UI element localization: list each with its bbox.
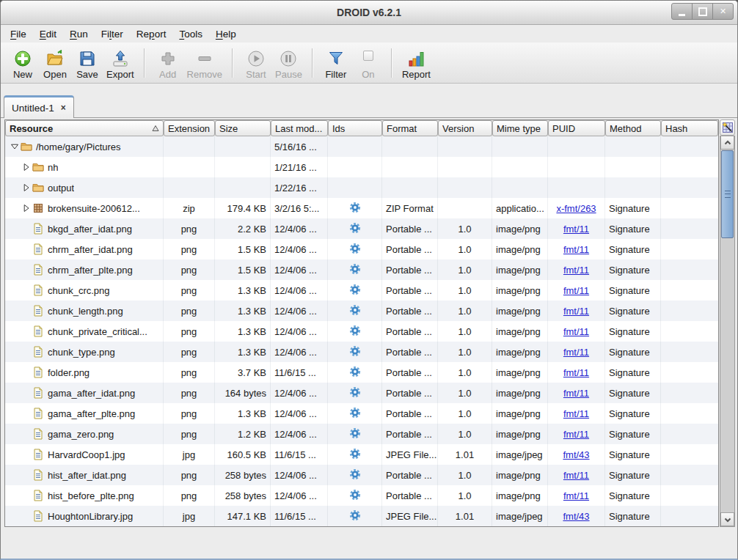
- cell-last-modified: 12/4/06 ...: [271, 424, 328, 444]
- cell-method: Signature: [605, 465, 661, 485]
- report-icon: [406, 49, 425, 68]
- scrollbar-track[interactable]: [720, 239, 734, 512]
- cell-resource: chrm_after_idat.png: [5, 239, 164, 259]
- puid-link[interactable]: fmt/11: [563, 367, 589, 378]
- tab-untitled-1[interactable]: Untitled-1 ×: [4, 95, 74, 118]
- table-row[interactable]: bkgd_after_idat.pngpng2.2 KB12/4/06 ...P…: [5, 218, 718, 239]
- expand-node-icon[interactable]: [21, 204, 32, 213]
- cell-version: 1.0: [438, 259, 492, 280]
- puid-link[interactable]: fmt/11: [563, 244, 589, 255]
- cell-method: Signature: [605, 444, 661, 465]
- table-row[interactable]: chunk_crc.pngpng1.3 KB12/4/06 ...Portabl…: [5, 280, 718, 301]
- cell-format: Portable ...: [382, 342, 438, 362]
- expand-node-icon[interactable]: [21, 183, 32, 192]
- menu-item-filter[interactable]: Filter: [95, 27, 130, 41]
- toolbar-button-export[interactable]: Export: [103, 45, 137, 81]
- puid-link[interactable]: fmt/11: [563, 347, 589, 358]
- puid-link[interactable]: fmt/11: [563, 490, 589, 501]
- cell-hash: [661, 301, 718, 321]
- menu-item-edit[interactable]: Edit: [33, 27, 63, 41]
- puid-link[interactable]: fmt/43: [563, 449, 589, 460]
- cell-method: Signature: [605, 218, 661, 239]
- file-icon: [32, 264, 44, 276]
- menu-item-file[interactable]: File: [4, 27, 33, 41]
- menu-item-tools[interactable]: Tools: [172, 27, 209, 41]
- column-header-version[interactable]: Version: [438, 120, 492, 136]
- table-row[interactable]: chunk_length.pngpng1.3 KB12/4/06 ...Port…: [5, 301, 718, 321]
- toolbar-button-new[interactable]: New: [7, 45, 39, 81]
- menu-item-report[interactable]: Report: [130, 27, 173, 41]
- table-row[interactable]: brokensuite-200612...zip179.4 KB3/2/16 5…: [5, 198, 718, 218]
- collapse-node-icon[interactable]: [10, 142, 20, 151]
- puid-link[interactable]: fmt/11: [563, 388, 589, 399]
- puid-link[interactable]: fmt/11: [563, 224, 589, 235]
- table-row[interactable]: HarvardCoop1.jpgjpg160.5 KB11/6/15 ...JP…: [5, 444, 718, 465]
- puid-link[interactable]: fmt/11: [563, 285, 589, 296]
- puid-link[interactable]: fmt/11: [563, 306, 589, 317]
- column-header-method[interactable]: Method: [605, 120, 661, 136]
- cell-size: 147.1 KB: [215, 506, 271, 526]
- tab-close-icon[interactable]: ×: [61, 103, 66, 112]
- puid-link[interactable]: fmt/11: [563, 429, 589, 440]
- table-row[interactable]: gama_after_plte.pngpng1.3 KB12/4/06 ...P…: [5, 403, 718, 424]
- save-icon: [78, 49, 97, 68]
- puid-link[interactable]: x-fmt/263: [556, 203, 596, 214]
- puid-link[interactable]: fmt/11: [563, 408, 589, 419]
- table-row[interactable]: chrm_after_idat.pngpng1.5 KB12/4/06 ...P…: [5, 239, 718, 259]
- vertical-scrollbar[interactable]: [720, 136, 735, 527]
- toolbar-button-filter[interactable]: Filter: [320, 45, 352, 81]
- menu-item-help[interactable]: Help: [209, 27, 243, 41]
- table-row[interactable]: chunk_private_critical...png1.3 KB12/4/0…: [5, 321, 718, 342]
- table-row[interactable]: folder.pngpng3.7 KB11/6/15 ...Portable .…: [5, 362, 718, 383]
- column-header-mime-type[interactable]: Mime type: [492, 120, 548, 136]
- cell-last-modified: 12/4/06 ...: [271, 321, 328, 342]
- puid-link[interactable]: fmt/11: [563, 265, 589, 276]
- menu-item-run[interactable]: Run: [63, 27, 95, 41]
- table-row[interactable]: HoughtonLibrary.jpgjpg147.1 KB11/6/15 ..…: [5, 506, 718, 526]
- cell-version: 1.0: [438, 403, 492, 424]
- thumb-grip-icon: [725, 191, 731, 198]
- table-row[interactable]: nh1/21/16 ...: [5, 157, 718, 177]
- puid-link[interactable]: fmt/43: [563, 511, 589, 522]
- puid-link[interactable]: fmt/11: [563, 326, 589, 337]
- cell-mime-type: image/png: [492, 280, 548, 301]
- toolbar-button-label: Save: [76, 69, 98, 80]
- maximize-button[interactable]: [692, 3, 713, 20]
- expand-node-icon[interactable]: [21, 163, 32, 172]
- cell-mime-type: applicatio...: [492, 198, 548, 218]
- close-button[interactable]: ✕: [712, 3, 734, 20]
- column-header-hash[interactable]: Hash: [661, 120, 718, 136]
- column-header-ids[interactable]: Ids: [328, 120, 382, 136]
- column-header-last-modified[interactable]: Last mod...: [271, 120, 328, 136]
- column-header-size[interactable]: Size: [215, 120, 271, 136]
- column-header-format[interactable]: Format: [382, 120, 438, 136]
- scroll-up-button[interactable]: [720, 136, 734, 150]
- table-row[interactable]: hist_after_idat.pngpng258 bytes12/4/06 .…: [5, 465, 718, 485]
- minimize-icon: [679, 14, 685, 16]
- scroll-down-button[interactable]: [720, 512, 734, 526]
- cell-hash: [661, 506, 718, 526]
- cell-size: [215, 136, 271, 157]
- column-header-extension[interactable]: Extension: [164, 120, 215, 136]
- table-row[interactable]: output1/22/16 ...: [5, 177, 718, 198]
- cell-hash: [661, 424, 718, 444]
- table-row[interactable]: chrm_after_plte.pngpng1.5 KB12/4/06 ...P…: [5, 259, 718, 280]
- table-row[interactable]: /home/gary/Pictures5/16/16 ...: [5, 136, 718, 157]
- column-picker-button[interactable]: [720, 119, 735, 136]
- table-row[interactable]: chunk_type.pngpng1.3 KB12/4/06 ...Portab…: [5, 342, 718, 362]
- cell-puid: fmt/43: [548, 444, 605, 465]
- new-icon: [13, 49, 32, 68]
- column-header-resource[interactable]: Resource: [5, 120, 164, 136]
- puid-link[interactable]: fmt/11: [563, 470, 589, 481]
- minimize-button[interactable]: [671, 3, 693, 20]
- cell-puid: fmt/11: [548, 301, 605, 321]
- toolbar-button-save[interactable]: Save: [71, 45, 103, 81]
- scrollbar-thumb[interactable]: [721, 150, 734, 238]
- column-header-puid[interactable]: PUID: [548, 120, 605, 136]
- toolbar-button-report[interactable]: Report: [399, 45, 434, 81]
- resource-name: chunk_type.png: [48, 347, 115, 358]
- toolbar-button-open[interactable]: Open: [39, 45, 71, 81]
- table-row[interactable]: hist_before_plte.pngpng258 bytes12/4/06 …: [5, 485, 718, 506]
- table-row[interactable]: gama_zero.pngpng1.2 KB12/4/06 ...Portabl…: [5, 424, 718, 444]
- table-row[interactable]: gama_after_idat.pngpng164 bytes12/4/06 .…: [5, 383, 718, 403]
